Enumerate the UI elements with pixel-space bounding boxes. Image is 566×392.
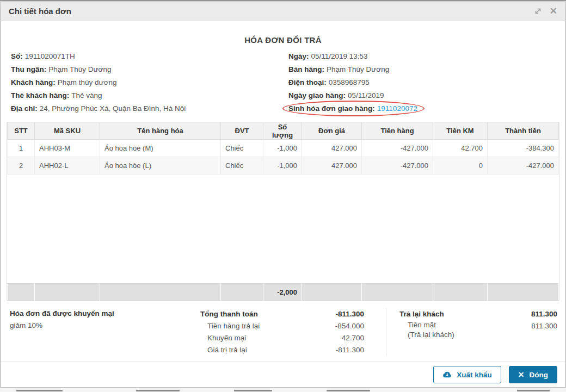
table-cell: -427.000 [362,140,433,157]
background-page-fragment [136,390,180,391]
invoice-detail-modal: Chi tiết hóa đơn ✕ HÓA ĐƠN ĐỔI TRẢ Số:19… [1,1,565,388]
delivery-invoice-row: Sinh hóa đơn giao hàng:1911020072 [288,102,565,115]
close-button[interactable]: ✕ Đóng [509,366,557,383]
table-cell: 1 [8,140,35,157]
cloud-download-icon [442,371,452,378]
refund-column: Trả lại khách 811.300 Tiền mặt (Trả lại … [386,308,565,356]
table-footer-row: -2,000 [7,283,559,301]
refund-method-row: Tiền mặt (Trả lại khách) 811.300 [399,320,557,340]
invoice-info: Số:1911020071TH Thu ngân:Phạm Thùy Dương… [1,50,565,115]
totals-column: Tổng thanh toán -811.300 Tiền hàng trả l… [200,308,364,356]
promo-note: Hóa đơn đã được khuyến mại giảm 10% [1,308,200,356]
total-quantity: -2,000 [263,284,302,301]
table-cell: Áo hoa hòe (L) [100,157,221,175]
background-page-fragment [517,390,550,391]
table-cell: 42.700 [433,140,488,157]
column-header: Tiền KM [433,122,488,140]
table-empty-area [7,175,559,283]
returned-goods-row: Tiền hàng trả lại -854.000 [200,320,364,332]
delivery-invoice-link[interactable]: 1911020072 [377,104,417,113]
refund-header-row: Trả lại khách 811.300 [399,308,557,320]
close-icon[interactable]: ✕ [550,7,557,16]
table-cell: 2 [8,157,35,175]
column-header: ĐVT [221,122,263,140]
table-cell: -1,000 [263,157,302,175]
column-header: Thành tiền [488,122,559,140]
table-cell: AHH03-M [35,140,100,157]
table-row[interactable]: 1 AHH03-M Áo hoa hòe (M) Chiếc -1,000 42… [8,140,559,157]
delivery-date: Ngày giao hàng:05/11/2019 [288,89,565,102]
table-cell: -427.000 [362,157,433,175]
table-header-row: STT Mã SKU Tên hàng hóa ĐVT Số lượng Đơn… [8,122,559,140]
table-cell: -427.000 [488,157,559,175]
info-column-right: Ngày:05/11/2019 13:53 Bán hàng:Phạm Thùy… [288,50,565,115]
column-header: Đơn giá [302,122,362,140]
invoice-summary: Hóa đơn đã được khuyến mại giảm 10% Tổng… [1,301,565,362]
column-header: Số lượng [263,122,302,140]
background-page-fragment [327,390,370,391]
invoice-number: Số:1911020071TH [11,50,288,63]
promotion-row: Khuyến mại 42.700 [200,332,364,344]
salesperson: Bán hàng:Phạm Thùy Dương [288,63,565,76]
table-cell: 0 [433,157,488,175]
info-column-left: Số:1911020071TH Thu ngân:Phạm Thùy Dương… [1,50,288,115]
column-header: Mã SKU [35,122,100,140]
close-button-icon: ✕ [518,370,525,379]
background-page-fragment [234,390,272,391]
export-button[interactable]: Xuất khẩu [433,366,501,383]
table-cell: -384.300 [488,140,559,157]
customer: Khách hàng:Phạm thùy dương [11,76,288,89]
promo-note-line2: giảm 10% [10,319,200,332]
table-cell: 427.000 [302,140,362,157]
table-cell: -1,000 [263,140,302,157]
customer-card: Thẻ khách hàng:Thẻ vàng [11,89,288,102]
table-cell: Chiếc [221,157,263,175]
column-header: Tên hàng hóa [100,122,221,140]
table-cell: 427.000 [302,157,362,175]
cashier: Thu ngân:Phạm Thùy Dương [11,63,288,76]
table-cell: Chiếc [221,140,263,157]
address: Địa chỉ:24, Phường Phúc Xá, Quận Ba Đình… [11,102,288,115]
modal-title: Chi tiết hóa đơn [9,7,534,16]
invoice-heading: HÓA ĐƠN ĐỔI TRẢ [1,21,565,45]
table-cell: AHH02-L [35,157,100,175]
background-page-bottom [0,388,566,392]
background-page-fragment [16,390,63,391]
promo-note-line1: Hóa đơn đã được khuyến mại [10,308,200,319]
return-value-row: Giá trị trả lại -811.300 [200,344,364,356]
modal-header: Chi tiết hóa đơn ✕ [1,2,565,21]
phone: Điện thoại:0358968795 [288,76,565,89]
table-row[interactable]: 2 AHH02-L Áo hoa hòe (L) Chiếc -1,000 42… [8,157,559,175]
invoice-date: Ngày:05/11/2019 13:53 [288,50,565,63]
table-cell: Áo hoa hòe (M) [100,140,221,157]
modal-footer: Xuất khẩu ✕ Đóng [1,362,565,387]
items-table: STT Mã SKU Tên hàng hóa ĐVT Số lượng Đơn… [7,122,559,301]
column-header: STT [8,122,35,140]
expand-icon[interactable] [534,7,542,15]
column-header: Tiền hàng [362,122,433,140]
total-payment-row: Tổng thanh toán -811.300 [200,308,364,320]
